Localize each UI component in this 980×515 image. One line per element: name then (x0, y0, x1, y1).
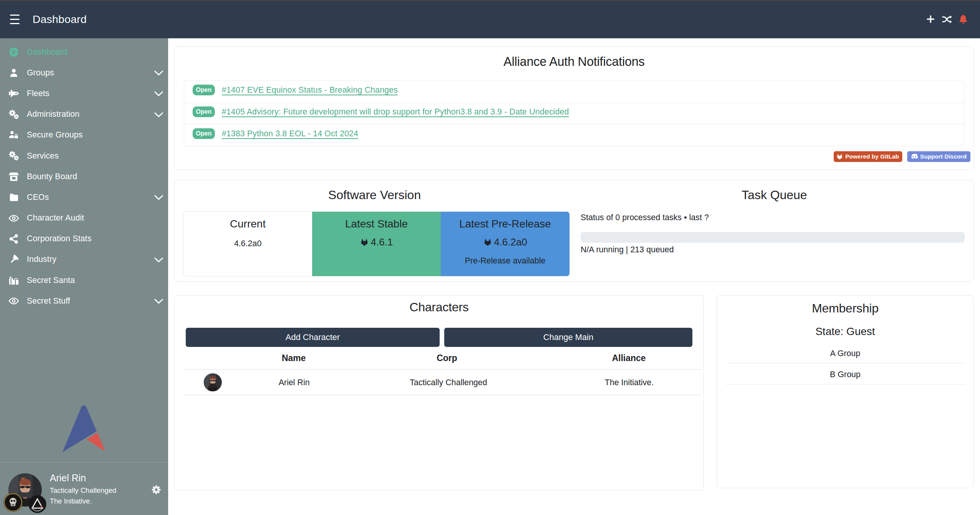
sidebar-item-secret-stuff[interactable]: Secret Stuff (0, 291, 168, 311)
gitlab-tanuki-icon (836, 153, 843, 160)
user-lock-icon (8, 130, 19, 141)
chevron-down-icon (154, 296, 164, 306)
membership-divider (725, 363, 965, 363)
sidebar-item-character-audit[interactable]: Character Audit (0, 208, 168, 229)
version-value: 4.6.2a0 (234, 239, 262, 249)
chevron-down-icon (154, 89, 164, 98)
store-icon (8, 171, 19, 182)
sidebar-item-services[interactable]: Services (0, 146, 168, 166)
character-portrait (204, 373, 222, 391)
chevron-down-icon (154, 68, 164, 77)
membership-group: A Group (717, 349, 973, 358)
sidebar-item-label: Industry (27, 255, 56, 264)
sidebar-item-secure-groups[interactable]: Secure Groups (0, 125, 168, 146)
dashboard-gauge-icon (8, 47, 19, 57)
add-character-button[interactable]: Add Character (186, 328, 440, 347)
notification-bell-icon[interactable] (957, 0, 969, 38)
settings-gear-icon[interactable] (151, 484, 162, 495)
top-hairline (0, 0, 980, 1)
sidebar-item-secret-santa[interactable]: Secret Santa (0, 270, 168, 291)
notifications-list: Open #1407 EVE Equinox Status - Breaking… (184, 80, 964, 146)
cell-character-name: Ariel Rin (278, 378, 309, 387)
sidebar-item-label: Corporation Stats (27, 234, 92, 244)
sidebar-item-corporation-stats[interactable]: Corporation Stats (0, 229, 168, 249)
notifications-title: Alliance Auth Notifications (175, 55, 973, 69)
version-stable: Latest Stable 4.6.1 (312, 212, 441, 276)
sidebar-item-ceos[interactable]: CEOs (0, 187, 168, 208)
membership-card: Membership State: Guest A Group B Group (717, 295, 974, 488)
share-icon (8, 234, 19, 244)
add-icon[interactable] (925, 0, 936, 38)
hammer-icon (8, 254, 19, 265)
sidebar-item-label: Administration (27, 110, 80, 119)
chevron-down-icon (154, 193, 164, 202)
software-version-card: Software Version Current 4.6.2a0 Latest … (174, 180, 974, 282)
cell-character-corp: Tactically Challenged (410, 378, 487, 387)
task-queue-title: Task Queue (574, 188, 974, 202)
table-divider (184, 395, 702, 395)
change-main-button[interactable]: Change Main (444, 328, 692, 347)
sidebar-item-label: Secure Groups (27, 130, 83, 140)
membership-group: B Group (717, 370, 973, 379)
notification-link[interactable]: #1383 Python 3.8 EOL - 14 Oct 2024 (222, 128, 358, 139)
sidebar-item-dashboard[interactable]: Dashboard (0, 42, 168, 62)
user-icon (8, 67, 19, 78)
status-badge: Open (193, 128, 215, 139)
sidebar-item-label: Secret Stuff (27, 296, 70, 306)
version-prerelease: Latest Pre-Release 4.6.2a0 Pre-Release a… (441, 212, 569, 276)
chevron-down-icon (154, 255, 164, 264)
badge-label: Powered by GitLab (845, 153, 899, 160)
membership-title: Membership (717, 301, 973, 316)
hamburger-menu-icon[interactable] (10, 14, 20, 25)
sidebar-item-label: Character Audit (27, 213, 84, 223)
cell-character-alliance: The Initiative. (605, 378, 654, 387)
table-divider (184, 369, 702, 369)
version-col-label: Latest Stable (312, 218, 441, 230)
user-panel: Ariel Rin Tactically Challenged The Init… (0, 463, 168, 515)
alliance-auth-logo (61, 404, 107, 454)
membership-divider (725, 384, 965, 384)
sidebar-item-label: Fleets (27, 89, 49, 98)
support-discord-badge[interactable]: Support Discord (907, 151, 970, 162)
sidebar: Dashboard Groups (0, 38, 168, 515)
chevron-down-icon (154, 110, 164, 119)
version-col-label: Current (183, 218, 312, 230)
eye-icon (8, 296, 19, 306)
status-badge: Open (193, 85, 215, 95)
version-note: Pre-Release available (441, 256, 569, 266)
footer-badges: Powered by GitLab Support Discord (834, 151, 970, 162)
sidebar-item-fleets[interactable]: Fleets (0, 83, 168, 104)
sidebar-item-label: Bounty Board (27, 172, 77, 181)
table-header-alliance: Alliance (612, 353, 646, 363)
sidebar-item-industry[interactable]: Industry (0, 249, 168, 270)
membership-state: State: Guest (717, 325, 973, 338)
task-queue-progressbar (581, 232, 965, 243)
status-badge: Open (193, 106, 215, 117)
user-corp: Tactically Challenged (50, 486, 116, 495)
gifts-icon (8, 275, 19, 286)
sidebar-item-groups[interactable]: Groups (0, 62, 168, 83)
user-alliance: The Initiative. (50, 497, 92, 505)
page-title: Dashboard (33, 0, 87, 38)
gitlab-tanuki-icon (483, 238, 492, 247)
task-queue-status: Status of 0 processed tasks • last ? (581, 213, 709, 222)
sidebar-item-label: Secret Santa (27, 276, 75, 285)
eye-icon (8, 213, 19, 224)
sidebar-item-administration[interactable]: Administration (0, 104, 168, 125)
powered-by-gitlab-badge[interactable]: Powered by GitLab (834, 151, 902, 162)
notification-row: Open #1407 EVE Equinox Status - Breaking… (184, 81, 964, 103)
notification-row: Open #1405 Advisory: Future development … (184, 103, 964, 124)
sidebar-item-label: CEOs (27, 193, 49, 202)
version-value: 4.6.2a0 (494, 236, 527, 248)
notification-link[interactable]: #1405 Advisory: Future development will … (222, 106, 569, 117)
sidebar-item-bounty-board[interactable]: Bounty Board (0, 166, 168, 187)
notifications-card: Alliance Auth Notifications Open #1407 E… (174, 46, 974, 170)
sidebar-menu: Dashboard Groups (0, 42, 168, 311)
badge-label: Support Discord (920, 153, 967, 160)
folder-icon (8, 192, 19, 203)
software-version-section: Software Version Current 4.6.2a0 Latest … (175, 180, 574, 281)
user-name: Ariel Rin (50, 472, 86, 484)
version-value: 4.6.1 (371, 236, 393, 248)
notification-link[interactable]: #1407 EVE Equinox Status - Breaking Chan… (222, 85, 398, 95)
shuffle-icon[interactable] (941, 0, 953, 38)
